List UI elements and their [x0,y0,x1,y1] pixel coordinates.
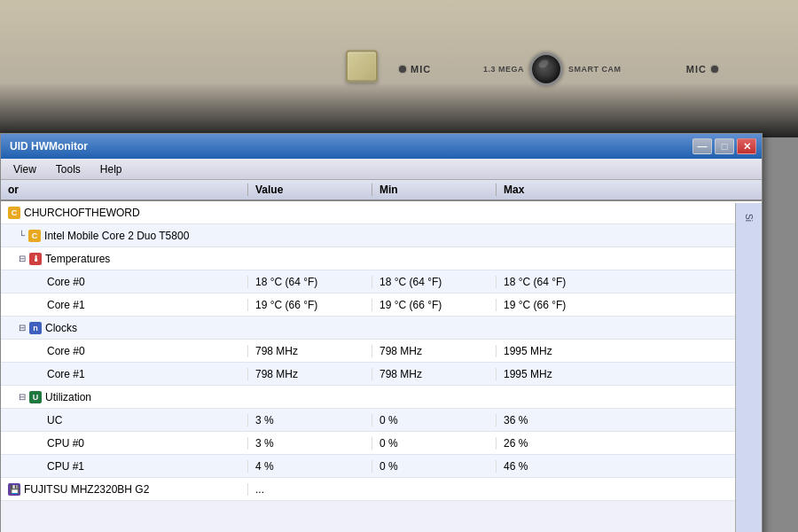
cell-sensor: ⊟U Utilization [8,391,247,403]
table-body: C CHURCHOFTHEWORD └C Intel Mobile Core 2… [1,201,762,501]
cell-sensor: UC [8,414,247,426]
cell-value: 4 % [247,460,372,473]
cell-max: 1995 MHz [496,368,620,380]
cell-value: 19 °C (66 °F) [247,299,372,311]
cell-sensor: Core #1 [8,368,247,380]
column-headers: or Value Min Max [1,180,762,201]
cell-max: 46 % [496,460,620,473]
table-row[interactable]: Core #0 798 MHz 798 MHz 1995 MHz [1,340,762,363]
cell-min: 18 °C (64 °F) [372,276,496,288]
mic-right-dot [711,66,718,73]
cell-sensor: Core #0 [8,276,247,288]
cell-value: ... [247,483,372,496]
side-panel: Si [735,203,762,532]
sensor-label: Temperatures [45,253,110,265]
cpu-icon: C [8,207,20,219]
sensor-label: Intel Mobile Core 2 Duo T5800 [44,230,189,242]
table-row[interactable]: ⊟U Utilization [1,386,762,409]
table-row[interactable]: Core #1 798 MHz 798 MHz 1995 MHz [1,363,762,386]
cell-sensor: ⊟🌡 Temperatures [8,253,247,265]
clock-icon: n [29,322,42,334]
menu-help[interactable]: Help [91,161,131,177]
cell-value: 3 % [247,414,372,426]
table-row[interactable]: CPU #0 3 % 0 % 26 % [1,432,762,455]
col-sensor-header: or [8,184,247,196]
table-row[interactable]: Core #0 18 °C (64 °F) 18 °C (64 °F) 18 °… [1,270,762,293]
table-row[interactable]: CPU #1 4 % 0 % 46 % [1,455,762,478]
sensor-label: CPU #0 [47,437,84,450]
mic-right-area: MIC [686,64,718,74]
sensor-label: Core #1 [47,368,85,380]
sensor-label: Utilization [45,391,91,403]
cell-min: 0 % [372,460,496,473]
cell-min: 0 % [372,414,496,426]
sensor-label: Core #1 [47,299,85,311]
table-row[interactable]: C CHURCHOFTHEWORD [1,201,762,224]
cell-sensor: 💾 FUJITSU MHZ2320BH G2 [8,483,247,496]
cell-value: 3 % [247,437,372,450]
hdd-icon: 💾 [8,483,20,496]
cell-min: 0 % [372,437,496,450]
cell-min: 19 °C (66 °F) [372,299,496,311]
maximize-button[interactable]: □ [715,138,734,154]
minimize-button[interactable]: — [692,138,712,154]
tree-collapse-icon[interactable]: ⊟ [19,323,26,332]
cell-max: 18 °C (64 °F) [496,276,620,288]
menu-bar: View Tools Help [1,159,762,180]
cell-value: 798 MHz [247,368,372,380]
temp-icon: 🌡 [29,253,42,265]
col-min-header: Min [372,184,496,196]
tree-collapse-icon[interactable]: ⊟ [19,392,26,402]
sensor-label: Core #0 [47,276,85,288]
table-row[interactable]: ⊟🌡 Temperatures [1,247,762,270]
cell-max: 26 % [496,437,620,450]
table-row[interactable]: UC 3 % 0 % 36 % [1,409,762,432]
title-bar: UID HWMonitor — □ ✕ [1,134,762,159]
title-bar-controls: — □ ✕ [692,138,756,154]
menu-tools[interactable]: Tools [47,161,90,177]
cell-min: 798 MHz [372,368,496,380]
table-row[interactable]: Core #1 19 °C (66 °F) 19 °C (66 °F) 19 °… [1,293,762,317]
cell-sensor: C CHURCHOFTHEWORD [8,207,247,219]
side-panel-label: Si [744,214,754,222]
cell-sensor: ⊟n Clocks [8,322,247,334]
close-button[interactable]: ✕ [737,138,756,154]
sensor-label: FUJITSU MHZ2320BH G2 [24,483,149,496]
util-icon: U [29,391,42,403]
col-value-header: Value [247,184,372,196]
bezel-top: MIC 1.3 MEGA SMART CAM MIC [0,0,798,137]
cpu-icon: C [28,230,41,242]
tree-collapse-icon[interactable]: ⊟ [19,254,26,263]
cell-sensor: └C Intel Mobile Core 2 Duo T5800 [8,230,247,242]
mic-left-label: MIC [411,64,431,74]
smart-cam-label: SMART CAM [568,65,622,74]
cell-sensor: CPU #1 [8,460,247,473]
cell-min: 798 MHz [372,345,496,357]
tree-item-icon: └ [19,231,25,240]
sensor-label: CPU #1 [47,460,84,473]
table-row[interactable]: 💾 FUJITSU MHZ2320BH G2 ... [1,478,762,501]
cell-sensor: Core #1 [8,299,247,311]
sensor-label: CHURCHOFTHEWORD [24,207,140,219]
mic-left-dot [399,66,406,73]
camera-area: 1.3 MEGA SMART CAM [483,52,622,86]
camera-lens [529,52,563,86]
cell-value: 18 °C (64 °F) [247,276,372,288]
window-title: UID HWMonitor [6,140,692,153]
hwmonitor-window: UID HWMonitor — □ ✕ View Tools Help or V… [0,133,763,532]
cell-value: 798 MHz [247,345,372,357]
col-max-header: Max [496,184,620,196]
sensor-label: Clocks [45,322,77,334]
cell-sensor: CPU #0 [8,437,247,450]
table-row[interactable]: ⊟n Clocks [1,317,762,340]
cell-max: 1995 MHz [496,345,620,357]
bezel-inner: MIC 1.3 MEGA SMART CAM MIC [0,0,798,137]
bezel-button[interactable] [346,50,378,82]
mic-right-label: MIC [686,64,707,74]
table-row[interactable]: └C Intel Mobile Core 2 Duo T5800 [1,224,762,247]
cell-sensor: Core #0 [8,345,247,357]
sensor-label: Core #0 [47,345,85,357]
cell-max: 19 °C (66 °F) [496,299,620,311]
mic-left-area: MIC [399,64,431,74]
menu-view[interactable]: View [4,161,45,177]
